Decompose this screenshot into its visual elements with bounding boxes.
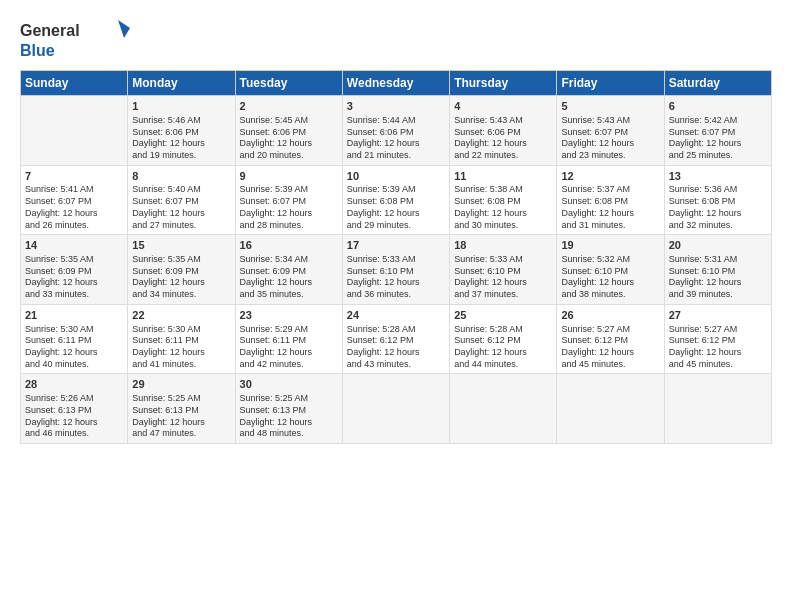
day-number: 9: [240, 169, 338, 184]
calendar-cell: 21Sunrise: 5:30 AMSunset: 6:11 PMDayligh…: [21, 304, 128, 374]
cell-text: Daylight: 12 hours: [347, 138, 445, 150]
calendar-cell: 25Sunrise: 5:28 AMSunset: 6:12 PMDayligh…: [450, 304, 557, 374]
cell-text: and 43 minutes.: [347, 359, 445, 371]
calendar-cell: 23Sunrise: 5:29 AMSunset: 6:11 PMDayligh…: [235, 304, 342, 374]
cell-text: Sunrise: 5:28 AM: [454, 324, 552, 336]
header: General Blue: [20, 18, 772, 62]
day-number: 23: [240, 308, 338, 323]
calendar-cell: 22Sunrise: 5:30 AMSunset: 6:11 PMDayligh…: [128, 304, 235, 374]
cell-text: Daylight: 12 hours: [132, 138, 230, 150]
day-number: 27: [669, 308, 767, 323]
day-number: 13: [669, 169, 767, 184]
cell-text: and 38 minutes.: [561, 289, 659, 301]
calendar-cell: 24Sunrise: 5:28 AMSunset: 6:12 PMDayligh…: [342, 304, 449, 374]
cell-text: Sunrise: 5:43 AM: [454, 115, 552, 127]
calendar-cell: [557, 374, 664, 444]
page: General Blue SundayMondayTuesdayWednesda…: [0, 0, 792, 612]
cell-text: and 36 minutes.: [347, 289, 445, 301]
col-header-wednesday: Wednesday: [342, 71, 449, 96]
cell-text: Sunset: 6:08 PM: [454, 196, 552, 208]
calendar-cell: 18Sunrise: 5:33 AMSunset: 6:10 PMDayligh…: [450, 235, 557, 305]
cell-text: Sunrise: 5:31 AM: [669, 254, 767, 266]
cell-text: and 25 minutes.: [669, 150, 767, 162]
cell-text: Daylight: 12 hours: [25, 347, 123, 359]
day-number: 8: [132, 169, 230, 184]
calendar-cell: 17Sunrise: 5:33 AMSunset: 6:10 PMDayligh…: [342, 235, 449, 305]
cell-text: Daylight: 12 hours: [240, 138, 338, 150]
calendar-cell: 8Sunrise: 5:40 AMSunset: 6:07 PMDaylight…: [128, 165, 235, 235]
cell-text: Daylight: 12 hours: [240, 417, 338, 429]
cell-text: Daylight: 12 hours: [132, 347, 230, 359]
cell-text: Sunset: 6:13 PM: [132, 405, 230, 417]
cell-text: Sunrise: 5:43 AM: [561, 115, 659, 127]
day-number: 3: [347, 99, 445, 114]
cell-text: Daylight: 12 hours: [240, 347, 338, 359]
day-number: 12: [561, 169, 659, 184]
day-number: 29: [132, 377, 230, 392]
cell-text: Sunset: 6:11 PM: [25, 335, 123, 347]
cell-text: Daylight: 12 hours: [132, 208, 230, 220]
day-number: 30: [240, 377, 338, 392]
logo: General Blue: [20, 18, 130, 62]
cell-text: Sunset: 6:07 PM: [561, 127, 659, 139]
calendar-cell: 11Sunrise: 5:38 AMSunset: 6:08 PMDayligh…: [450, 165, 557, 235]
cell-text: Sunset: 6:09 PM: [240, 266, 338, 278]
cell-text: Sunrise: 5:33 AM: [347, 254, 445, 266]
calendar-cell: 1Sunrise: 5:46 AMSunset: 6:06 PMDaylight…: [128, 96, 235, 166]
cell-text: Daylight: 12 hours: [454, 208, 552, 220]
cell-text: Sunrise: 5:27 AM: [561, 324, 659, 336]
col-header-monday: Monday: [128, 71, 235, 96]
cell-text: Sunset: 6:12 PM: [669, 335, 767, 347]
cell-text: Sunset: 6:07 PM: [25, 196, 123, 208]
cell-text: Daylight: 12 hours: [669, 347, 767, 359]
cell-text: Sunset: 6:10 PM: [454, 266, 552, 278]
day-number: 20: [669, 238, 767, 253]
cell-text: Sunset: 6:07 PM: [240, 196, 338, 208]
cell-text: Daylight: 12 hours: [669, 138, 767, 150]
cell-text: and 32 minutes.: [669, 220, 767, 232]
calendar-cell: [342, 374, 449, 444]
day-number: 2: [240, 99, 338, 114]
day-number: 11: [454, 169, 552, 184]
cell-text: Daylight: 12 hours: [669, 208, 767, 220]
cell-text: and 34 minutes.: [132, 289, 230, 301]
cell-text: Daylight: 12 hours: [561, 208, 659, 220]
cell-text: Sunrise: 5:45 AM: [240, 115, 338, 127]
col-header-friday: Friday: [557, 71, 664, 96]
cell-text: Sunset: 6:06 PM: [240, 127, 338, 139]
cell-text: Daylight: 12 hours: [669, 277, 767, 289]
cell-text: and 40 minutes.: [25, 359, 123, 371]
cell-text: and 47 minutes.: [132, 428, 230, 440]
cell-text: Daylight: 12 hours: [240, 277, 338, 289]
cell-text: and 45 minutes.: [561, 359, 659, 371]
day-number: 19: [561, 238, 659, 253]
logo-svg: General Blue: [20, 18, 130, 62]
week-row-3: 14Sunrise: 5:35 AMSunset: 6:09 PMDayligh…: [21, 235, 772, 305]
calendar-cell: 28Sunrise: 5:26 AMSunset: 6:13 PMDayligh…: [21, 374, 128, 444]
week-row-5: 28Sunrise: 5:26 AMSunset: 6:13 PMDayligh…: [21, 374, 772, 444]
cell-text: and 28 minutes.: [240, 220, 338, 232]
calendar-cell: 15Sunrise: 5:35 AMSunset: 6:09 PMDayligh…: [128, 235, 235, 305]
cell-text: and 27 minutes.: [132, 220, 230, 232]
calendar-cell: 20Sunrise: 5:31 AMSunset: 6:10 PMDayligh…: [664, 235, 771, 305]
calendar-cell: 3Sunrise: 5:44 AMSunset: 6:06 PMDaylight…: [342, 96, 449, 166]
cell-text: Sunrise: 5:33 AM: [454, 254, 552, 266]
cell-text: and 46 minutes.: [25, 428, 123, 440]
cell-text: and 23 minutes.: [561, 150, 659, 162]
cell-text: Sunset: 6:06 PM: [132, 127, 230, 139]
calendar-cell: 29Sunrise: 5:25 AMSunset: 6:13 PMDayligh…: [128, 374, 235, 444]
day-number: 17: [347, 238, 445, 253]
svg-marker-1: [118, 20, 130, 38]
cell-text: Sunrise: 5:39 AM: [240, 184, 338, 196]
calendar-cell: [21, 96, 128, 166]
cell-text: Daylight: 12 hours: [132, 417, 230, 429]
day-number: 26: [561, 308, 659, 323]
calendar-cell: 30Sunrise: 5:25 AMSunset: 6:13 PMDayligh…: [235, 374, 342, 444]
cell-text: and 42 minutes.: [240, 359, 338, 371]
day-number: 7: [25, 169, 123, 184]
cell-text: Sunrise: 5:40 AM: [132, 184, 230, 196]
day-number: 16: [240, 238, 338, 253]
day-number: 22: [132, 308, 230, 323]
cell-text: Sunrise: 5:39 AM: [347, 184, 445, 196]
cell-text: and 29 minutes.: [347, 220, 445, 232]
